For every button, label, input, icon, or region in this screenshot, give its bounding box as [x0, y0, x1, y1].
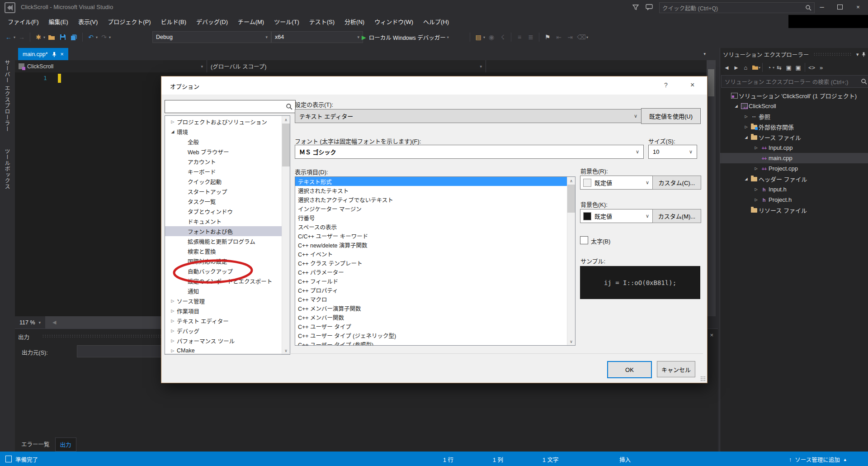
size-combo[interactable]: 10 ∨	[648, 145, 697, 159]
options-tree-item[interactable]: フォントおよび色	[165, 226, 282, 236]
bookmark-icon[interactable]: ⚑	[542, 32, 552, 42]
options-tree-item[interactable]: キーボード	[165, 166, 282, 176]
status-insert-mode[interactable]: 挿入	[619, 455, 631, 464]
options-tree-item[interactable]: スタートアップ	[165, 186, 282, 196]
options-tree-item[interactable]: 通知	[165, 286, 282, 296]
tree-expander-icon[interactable]: ▷	[753, 187, 760, 191]
close-panel-icon[interactable]: ×	[710, 332, 713, 338]
new-item-dropdown-icon[interactable]: ▾	[43, 35, 45, 39]
maximize-button[interactable]	[831, 0, 849, 14]
bold-checkbox[interactable]	[580, 236, 588, 244]
close-button[interactable]: ×	[849, 0, 867, 14]
attach-to-process-icon[interactable]: ▤	[473, 32, 483, 42]
nav-scope-combo[interactable]: (グローバル スコープ) ▾	[207, 60, 486, 72]
solution-tree-item[interactable]: ▷hInput.h	[720, 184, 868, 195]
display-item[interactable]: C++ パラメーター	[295, 267, 567, 276]
options-tree-item[interactable]: ▷テキスト エディター	[165, 316, 282, 326]
editor-vertical-scrollbar[interactable]	[707, 60, 716, 316]
menu-item[interactable]: ファイル(F)	[3, 15, 44, 29]
options-tree-item[interactable]: 国際対応の設定	[165, 256, 282, 266]
display-item[interactable]: C++ フィールド	[295, 276, 567, 285]
pin-icon[interactable]	[862, 52, 866, 57]
scrollbar-thumb[interactable]	[708, 69, 714, 96]
options-tree-item[interactable]: ▷デバッグ	[165, 326, 282, 336]
tree-expander-icon[interactable]: ◢	[743, 177, 750, 181]
server-explorer-tab[interactable]: サーバー エクスプローラー	[3, 60, 11, 132]
display-item[interactable]: スペースの表示	[295, 222, 567, 231]
status-column[interactable]: 1 列	[493, 455, 503, 464]
display-item[interactable]: C++ メンバー演算子関数	[295, 304, 567, 313]
scrollbar-thumb[interactable]	[282, 124, 290, 166]
foreground-combo[interactable]: 既定値 ∨	[580, 176, 654, 190]
panel-drag-handle[interactable]	[813, 52, 852, 56]
display-item[interactable]: C++ ユーザー タイプ	[295, 322, 567, 331]
add-to-source-control-button[interactable]: ↑ ソース管理に追加 ▲	[789, 455, 847, 464]
quick-launch-search-input[interactable]: クイック起動 (Ctrl+Q)	[659, 2, 815, 13]
tree-expander-icon[interactable]: ◢	[743, 135, 750, 139]
tree-scrollbar[interactable]: ∧ ∨	[282, 116, 290, 354]
solution-tree-item[interactable]: ▷hProject.h	[720, 195, 868, 205]
font-combo[interactable]: ＭＳ ゴシック ∨	[295, 145, 644, 159]
options-tree-item[interactable]: ▷作業項目	[165, 306, 282, 316]
foreground-custom-button[interactable]: カスタム(C)...	[652, 176, 701, 190]
ok-button[interactable]: OK	[607, 361, 652, 378]
options-tree-item[interactable]: ◢環境	[165, 127, 282, 137]
tab-main-cpp[interactable]: main.cpp* ×	[18, 48, 68, 60]
close-tab-icon[interactable]: ×	[61, 51, 64, 57]
options-tree-item[interactable]: ▷プロジェクトおよびソリューション	[165, 117, 282, 127]
options-tree-item[interactable]: ▷ソース管理	[165, 296, 282, 306]
solution-explorer-search-input[interactable]: ソリューション エクスプローラー の検索 (Ctrl+;) ▾	[721, 75, 868, 88]
undo-icon[interactable]: ↶	[86, 32, 96, 42]
tree-expander-icon[interactable]: ▷	[743, 114, 750, 119]
zoom-level-combo[interactable]: 117 % ▾	[15, 316, 45, 328]
switch-views-dropdown-icon[interactable]: ▾	[759, 66, 760, 70]
status-line[interactable]: 1 行	[443, 455, 453, 464]
display-item[interactable]: 行番号	[295, 213, 567, 222]
display-item[interactable]: C++ new/delete 演算子関数	[295, 240, 567, 249]
menu-item[interactable]: 分析(N)	[340, 15, 369, 29]
solution-tree-item[interactable]: ◢ヘッダー ファイル	[720, 174, 868, 184]
tree-expander-icon[interactable]: ▷	[753, 166, 760, 171]
new-project-icon[interactable]: ✱	[33, 32, 43, 42]
display-item[interactable]: C++ メンバー関数	[295, 313, 567, 322]
tree-expander-icon[interactable]: ▷	[753, 146, 760, 150]
menu-item[interactable]: ビルド(B)	[156, 15, 191, 29]
status-character[interactable]: 1 文字	[542, 455, 558, 464]
solution-configuration-combo[interactable]: Debug ▾	[152, 31, 271, 43]
open-file-icon[interactable]	[47, 32, 57, 42]
display-item[interactable]: C++ ユーザー タイプ (ジェネリック型)	[295, 331, 567, 340]
solution-platform-combo[interactable]: x64 ▾	[271, 31, 363, 43]
display-item[interactable]: C++ ユーザー タイプ (参照型)	[295, 340, 567, 346]
solution-tree-item[interactable]: ▷++Project.cpp	[720, 163, 868, 174]
options-tree-item[interactable]: Web ブラウザー	[165, 147, 282, 157]
menu-item[interactable]: チーム(M)	[233, 15, 269, 29]
toolbar-overflow-icon[interactable]: ▾	[586, 35, 588, 39]
home-icon[interactable]: ⌂	[741, 62, 750, 72]
minimize-button[interactable]: ─	[813, 0, 831, 14]
view-code-icon[interactable]: <>	[807, 62, 816, 72]
start-debugging-button[interactable]: ▶ ローカル Windows デバッガー ▾	[362, 33, 449, 42]
send-feedback-icon[interactable]	[646, 4, 654, 11]
tree-expander-icon[interactable]: ◢	[733, 104, 740, 108]
nav-member-combo[interactable]	[486, 60, 707, 72]
tree-expander-icon[interactable]: ▷	[169, 119, 177, 124]
options-tree-item[interactable]: ▷パフォーマンス ツール	[165, 336, 282, 346]
navigate-forward-icon[interactable]: →	[17, 32, 27, 42]
tab-error-list[interactable]: エラー一覧	[17, 437, 54, 451]
menu-item[interactable]: ウィンドウ(W)	[369, 15, 418, 29]
tree-expander-icon[interactable]: ▷	[169, 309, 177, 313]
display-item[interactable]: C++ マクロ	[295, 295, 567, 304]
solution-tree-item[interactable]: リソース ファイル	[720, 205, 868, 215]
tree-expander-icon[interactable]: ▷	[169, 328, 177, 333]
options-tree-item[interactable]: クイック起動	[165, 176, 282, 186]
nav-type-combo[interactable]: ClickScroll ▾	[15, 60, 207, 72]
use-defaults-button[interactable]: 既定値を使用(U)	[641, 108, 701, 124]
background-combo[interactable]: 既定値 ∨	[580, 209, 654, 223]
collapse-all-icon[interactable]: ▣	[793, 62, 803, 72]
navigate-back-dropdown-icon[interactable]: ▾	[14, 35, 15, 39]
scroll-down-icon[interactable]: ∨	[567, 338, 575, 345]
cancel-button[interactable]: キャンセル	[657, 361, 695, 377]
menu-item[interactable]: ヘルプ(H)	[418, 15, 454, 29]
sync-with-active-document-icon[interactable]: ⇆	[774, 62, 784, 72]
tree-expander-icon[interactable]: ▷	[169, 338, 177, 343]
